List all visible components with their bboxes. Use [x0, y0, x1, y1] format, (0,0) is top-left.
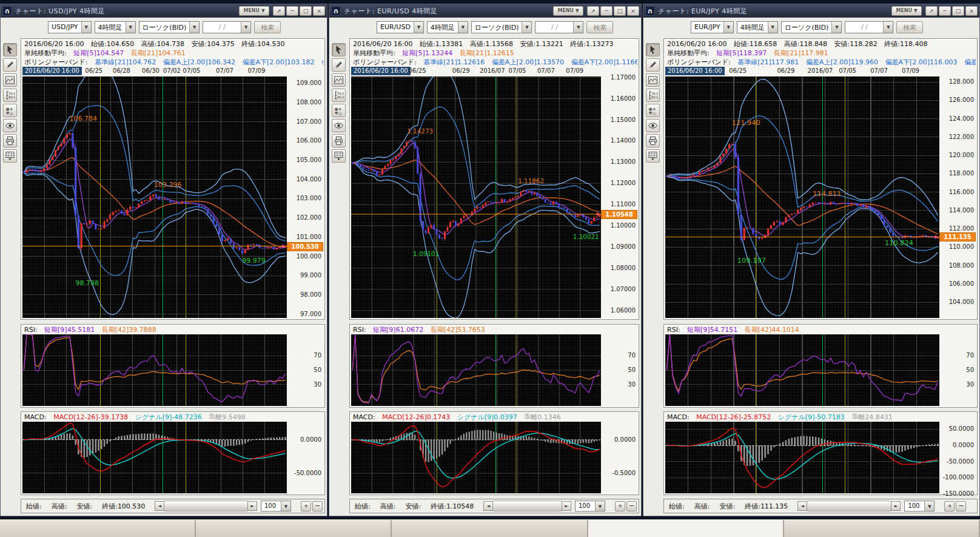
popout-button[interactable]: ↗	[587, 6, 599, 16]
export-tool-button[interactable]	[332, 149, 346, 163]
taskbar-segment[interactable]	[588, 520, 784, 537]
zoom-in-button[interactable]: ＋	[301, 501, 311, 512]
print-tool-button[interactable]	[646, 134, 660, 147]
menu-button[interactable]: MENU ▼	[239, 6, 269, 16]
scale-tool-button[interactable]: 70.060.0	[646, 89, 660, 102]
pencil-tool-button[interactable]	[332, 58, 346, 72]
chevron-down-icon[interactable]: ▼	[595, 501, 605, 511]
candle-count-select[interactable]: 100▼	[261, 501, 291, 512]
search-button[interactable]: 検索	[586, 21, 613, 33]
chevron-down-icon[interactable]: ▼	[81, 22, 91, 33]
scroll-right-button[interactable]: ►	[247, 501, 257, 511]
close-button[interactable]: ×	[627, 6, 639, 16]
export-tool-button[interactable]	[646, 149, 660, 163]
maximize-button[interactable]: □	[300, 6, 312, 16]
macd-chart[interactable]	[22, 422, 287, 493]
date-input[interactable]: / /▼	[535, 21, 583, 33]
scroll-left-button[interactable]: ◄	[797, 501, 807, 511]
charttype-select[interactable]: ローソク(BID)▼	[781, 21, 842, 33]
chevron-down-icon[interactable]: ▼	[573, 22, 583, 33]
charttype-select[interactable]: ローソク(BID)▼	[471, 21, 532, 33]
zoom-out-button[interactable]: −	[626, 501, 637, 512]
charttype-select[interactable]: ローソク(BID)▼	[139, 21, 200, 33]
chevron-down-icon[interactable]: ▼	[883, 22, 893, 33]
date-input[interactable]: / /▼	[845, 21, 893, 33]
minimize-button[interactable]: ─	[286, 6, 298, 16]
chevron-down-icon[interactable]: ▼	[458, 22, 468, 33]
scroll-left-button[interactable]: ◄	[483, 501, 493, 511]
date-input[interactable]: / /▼	[203, 21, 251, 33]
rsi-chart[interactable]	[22, 334, 287, 406]
menu-button[interactable]: MENU ▼	[891, 6, 922, 16]
taskbar-segment[interactable]	[784, 520, 980, 537]
visibility-tool-button[interactable]	[3, 119, 17, 132]
macd-chart[interactable]	[351, 422, 601, 493]
scrollbar-track[interactable]	[493, 501, 562, 512]
scale-tool-button[interactable]: 70.060.0	[332, 89, 346, 102]
rsi-chart[interactable]	[665, 334, 939, 406]
zoom-in-button[interactable]: ＋	[944, 501, 955, 512]
zoom-out-button[interactable]: −	[956, 501, 966, 512]
chevron-down-icon[interactable]: ▼	[831, 22, 841, 33]
cursor-tool-button[interactable]	[646, 43, 660, 56]
search-button[interactable]: 検索	[896, 21, 923, 33]
marker-tool-button[interactable]: ●★♥◎	[3, 104, 17, 117]
chevron-down-icon[interactable]: ▼	[522, 22, 531, 33]
price-chart[interactable]: 106.784103.39698.79899.979	[22, 76, 287, 318]
maximize-button[interactable]: □	[614, 6, 626, 16]
close-button[interactable]: ×	[965, 6, 978, 16]
search-button[interactable]: 検索	[254, 21, 281, 33]
pencil-tool-button[interactable]	[646, 58, 660, 72]
popout-button[interactable]: ↗	[925, 6, 938, 16]
minimize-button[interactable]: ─	[600, 6, 612, 16]
price-chart[interactable]: 1.142731.118621.091011.10021	[351, 76, 601, 318]
h-scrollbar[interactable]: ◄ ►	[483, 501, 571, 511]
chevron-down-icon[interactable]: ▼	[126, 22, 135, 33]
indicator-tool-button[interactable]	[332, 73, 346, 87]
timeframe-select[interactable]: 4時間足▼	[95, 21, 136, 33]
macd-chart[interactable]	[665, 422, 939, 493]
print-tool-button[interactable]	[332, 134, 346, 147]
chevron-down-icon[interactable]: ▼	[281, 501, 290, 511]
timeframe-select[interactable]: 4時間足▼	[737, 21, 778, 33]
pencil-tool-button[interactable]	[3, 58, 17, 72]
pair-select[interactable]: USD/JPY▼	[48, 21, 92, 33]
marker-tool-button[interactable]: ●★♥◎	[332, 104, 346, 117]
scrollbar-track[interactable]	[164, 501, 247, 512]
rsi-chart[interactable]	[351, 334, 601, 406]
scroll-right-button[interactable]: ►	[562, 501, 571, 511]
indicator-tool-button[interactable]	[646, 73, 660, 87]
minimize-button[interactable]: ─	[939, 6, 951, 16]
taskbar-segment[interactable]	[0, 520, 196, 537]
candle-count-select[interactable]: 100▼	[904, 501, 935, 512]
indicator-tool-button[interactable]	[3, 73, 17, 87]
taskbar-segment[interactable]	[392, 520, 588, 537]
marker-tool-button[interactable]: ●★♥◎	[646, 104, 660, 117]
zoom-in-button[interactable]: ＋	[615, 501, 625, 512]
chevron-down-icon[interactable]: ▼	[924, 501, 934, 511]
candle-count-select[interactable]: 100▼	[575, 501, 605, 512]
cursor-tool-button[interactable]	[332, 43, 346, 56]
pair-select[interactable]: EUR/JPY▼	[691, 21, 734, 33]
chevron-down-icon[interactable]: ▼	[414, 22, 423, 33]
scroll-left-button[interactable]: ◄	[155, 501, 164, 511]
zoom-out-button[interactable]: −	[312, 501, 323, 512]
h-scrollbar[interactable]: ◄ ►	[797, 501, 901, 511]
scrollbar-track[interactable]	[807, 501, 891, 512]
export-tool-button[interactable]	[3, 149, 17, 163]
chevron-down-icon[interactable]: ▼	[768, 22, 777, 33]
h-scrollbar[interactable]: ◄ ►	[155, 501, 257, 511]
chevron-down-icon[interactable]: ▼	[723, 22, 733, 33]
taskbar-segment[interactable]	[196, 520, 392, 537]
price-chart[interactable]: 121.940114.811109.197110.824	[665, 76, 939, 318]
chevron-down-icon[interactable]: ▼	[241, 22, 250, 33]
scale-tool-button[interactable]: 70.060.0	[3, 89, 17, 102]
print-tool-button[interactable]	[3, 134, 17, 147]
scroll-right-button[interactable]: ►	[891, 501, 901, 511]
menu-button[interactable]: MENU ▼	[553, 6, 583, 16]
cursor-tool-button[interactable]	[3, 43, 17, 56]
maximize-button[interactable]: □	[952, 6, 964, 16]
timeframe-select[interactable]: 4時間足▼	[427, 21, 468, 33]
visibility-tool-button[interactable]	[646, 119, 660, 132]
visibility-tool-button[interactable]	[332, 119, 346, 132]
